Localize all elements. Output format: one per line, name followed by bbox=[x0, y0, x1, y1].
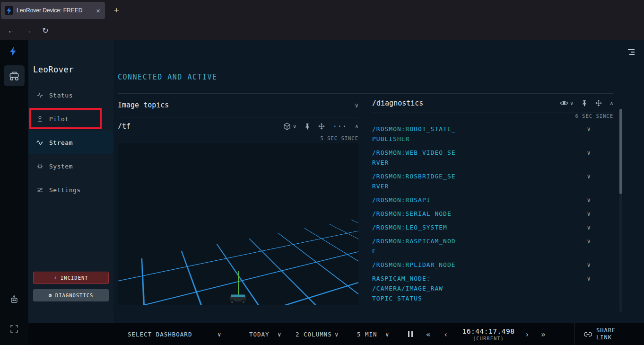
chevron-down-icon[interactable]: ∨ bbox=[278, 323, 282, 345]
sidebar-item-label: Settings bbox=[49, 186, 81, 194]
columns-dropdown[interactable]: 2 COLUMNS bbox=[296, 323, 332, 345]
timestamp-mode: (CURRENT) bbox=[473, 336, 504, 341]
sidebar-item-status[interactable]: Status bbox=[28, 83, 113, 107]
topic-label: /ROSMON:SERIAL_NODE bbox=[372, 209, 460, 219]
status-icon bbox=[36, 92, 43, 98]
tab-title: LeoRover Device: FREED bbox=[17, 7, 92, 14]
chevron-down-icon[interactable]: ∨ bbox=[587, 261, 591, 268]
sidebar-item-label: Stream bbox=[49, 139, 73, 146]
chevron-down-icon[interactable]: ∨ bbox=[587, 224, 591, 231]
sidebar: LeoRover Status Pilot Stream System bbox=[28, 40, 113, 323]
step-forward-fast-button[interactable]: » bbox=[541, 323, 546, 345]
incident-button-label: + INCIDENT bbox=[53, 275, 88, 281]
topic-row[interactable]: /ROSMON:ROSBRIDGE_SERVER ∨ bbox=[372, 169, 613, 193]
chevron-down-icon[interactable]: ∨ bbox=[587, 196, 591, 203]
chevron-down-icon[interactable]: ∨ bbox=[587, 210, 591, 217]
image-topics-label: Image topics bbox=[118, 101, 169, 109]
tf-panel-title: /tf bbox=[118, 122, 131, 131]
step-back-fast-button[interactable]: « bbox=[426, 323, 431, 345]
sidebar-item-label: System bbox=[49, 163, 73, 170]
time-window-label: 5 MIN bbox=[357, 331, 377, 338]
topic-row[interactable]: RASPICAM_NODE: /CAMERA/IMAGE_RAW TOPIC S… bbox=[372, 272, 613, 305]
step-forward-button[interactable]: › bbox=[525, 323, 530, 345]
diagnostics-button[interactable]: ⚙ DIAGNOSTICS bbox=[33, 289, 109, 301]
chevron-down-icon[interactable]: ∨ bbox=[587, 238, 591, 245]
sidebar-item-pilot[interactable]: Pilot bbox=[28, 107, 113, 131]
pin-icon[interactable] bbox=[305, 123, 310, 130]
sidebar-item-system[interactable]: System bbox=[28, 154, 113, 178]
new-tab-button[interactable]: + bbox=[110, 4, 123, 17]
link-icon bbox=[584, 332, 592, 337]
incident-button[interactable]: + INCIDENT bbox=[33, 272, 109, 284]
sidebar-item-stream[interactable]: Stream bbox=[28, 131, 113, 154]
navigation-bar: ← → ↻ https://app.freedomrobotics.ai/?__… bbox=[0, 21, 644, 41]
topic-row[interactable]: /ROSMON:SERIAL_NODE ∨ bbox=[372, 207, 613, 221]
chevron-down-icon: ∨ bbox=[293, 123, 296, 130]
move-icon[interactable] bbox=[595, 100, 602, 106]
pause-button[interactable] bbox=[408, 323, 413, 345]
device-name: LeoRover bbox=[33, 65, 74, 74]
time-window-dropdown[interactable]: 5 MIN bbox=[357, 323, 377, 345]
tab-close-button[interactable]: × bbox=[95, 7, 101, 15]
topic-label: RASPICAM_NODE: /CAMERA/IMAGE_RAW TOPIC S… bbox=[372, 274, 460, 303]
back-button[interactable]: ← bbox=[4, 23, 19, 38]
sidebar-item-label: Pilot bbox=[49, 115, 69, 123]
tf-panel-header: /tf ∨ ··· ∧ bbox=[118, 117, 358, 135]
gear-icon: ⚙ bbox=[49, 292, 52, 299]
date-range-dropdown[interactable]: TODAY bbox=[249, 323, 270, 345]
scrollbar-thumb[interactable] bbox=[619, 109, 622, 194]
view-mode-dropdown[interactable]: ∨ bbox=[283, 123, 296, 130]
main-content: CONNECTED AND ACTIVE Image topics ∨ /tf … bbox=[113, 40, 644, 323]
panel-layout-menu-icon[interactable] bbox=[627, 49, 635, 55]
chevron-down-icon[interactable]: ∨ bbox=[385, 323, 390, 345]
chevron-down-icon[interactable]: ∨ bbox=[587, 275, 591, 282]
topic-row[interactable]: /ROSMON:RPLIDAR_NODE ∨ bbox=[372, 258, 613, 272]
topic-row[interactable]: /ROSMON:RASPICAM_NODE ∨ bbox=[372, 234, 613, 258]
select-dashboard-dropdown[interactable]: SELECT DASHBOARD bbox=[128, 323, 192, 345]
browser-tab[interactable]: LeoRover Device: FREED × bbox=[1, 2, 105, 19]
select-dashboard-label: SELECT DASHBOARD bbox=[128, 331, 192, 338]
scrollbar[interactable] bbox=[619, 109, 622, 312]
chevron-down-icon[interactable]: ∨ bbox=[587, 149, 591, 156]
diagnostics-panel-header: /diagnostics ∨ ∧ bbox=[372, 93, 613, 113]
chevron-down-icon[interactable]: ∨ bbox=[218, 323, 222, 345]
topic-label: /ROSMON:WEB_VIDEO_SERVER bbox=[372, 148, 460, 168]
diagnostics-panel: /diagnostics ∨ ∧ 6 SEC SINCE bbox=[372, 93, 613, 305]
robot-assistant-icon[interactable] bbox=[9, 295, 19, 304]
more-options-icon[interactable]: ··· bbox=[333, 122, 347, 131]
topic-row[interactable]: /ROSMON:LEO_SYSTEM ∨ bbox=[372, 221, 613, 234]
share-link-button[interactable]: SHARE LINK bbox=[584, 323, 624, 345]
topic-label: /ROSMON:ROSBRIDGE_SERVER bbox=[372, 171, 460, 191]
topic-label: /ROSMON:LEO_SYSTEM bbox=[372, 222, 460, 232]
fullscreen-icon[interactable] bbox=[10, 325, 18, 333]
image-topics-dropdown[interactable]: Image topics ∨ bbox=[118, 93, 358, 117]
chevron-up-icon[interactable]: ∧ bbox=[610, 100, 613, 106]
pilot-icon bbox=[36, 116, 43, 122]
eye-icon bbox=[560, 100, 568, 106]
device-rover-button[interactable] bbox=[4, 65, 25, 86]
chevron-down-icon[interactable]: ∨ bbox=[335, 323, 339, 345]
chevron-down-icon[interactable]: ∨ bbox=[587, 125, 591, 133]
diagnostics-panel-title: /diagnostics bbox=[372, 99, 423, 107]
app-rail bbox=[0, 40, 28, 345]
chevron-down-icon[interactable]: ∨ bbox=[355, 102, 358, 109]
stream-icon bbox=[36, 140, 43, 146]
topic-row[interactable]: /ROSMON:WEB_VIDEO_SERVER ∨ bbox=[372, 146, 613, 169]
visibility-dropdown[interactable]: ∨ bbox=[560, 100, 574, 106]
diagnostics-button-label: DIAGNOSTICS bbox=[55, 292, 94, 298]
topic-label: /ROSMON:RPLIDAR_NODE bbox=[372, 260, 460, 270]
diagnostics-topic-list: /ROSMON:ROBOT_STATE_PUBLISHER ∨ /ROSMON:… bbox=[372, 122, 613, 305]
tf-3d-viewport[interactable] bbox=[118, 143, 358, 305]
freedom-logo-icon[interactable] bbox=[10, 47, 17, 56]
chevron-up-icon[interactable]: ∧ bbox=[355, 123, 358, 130]
forward-button[interactable]: → bbox=[21, 23, 36, 38]
step-back-button[interactable]: ‹ bbox=[444, 323, 449, 345]
move-icon[interactable] bbox=[318, 123, 325, 130]
reload-button[interactable]: ↻ bbox=[38, 23, 53, 38]
tf-since-label: 5 SEC SINCE bbox=[118, 135, 358, 143]
topic-row[interactable]: /ROSMON:ROBOT_STATE_PUBLISHER ∨ bbox=[372, 122, 613, 146]
chevron-down-icon[interactable]: ∨ bbox=[587, 173, 591, 180]
pin-icon[interactable] bbox=[582, 100, 587, 106]
topic-row[interactable]: /ROSMON:ROSAPI ∨ bbox=[372, 193, 613, 207]
sidebar-item-settings[interactable]: Settings bbox=[28, 178, 113, 202]
